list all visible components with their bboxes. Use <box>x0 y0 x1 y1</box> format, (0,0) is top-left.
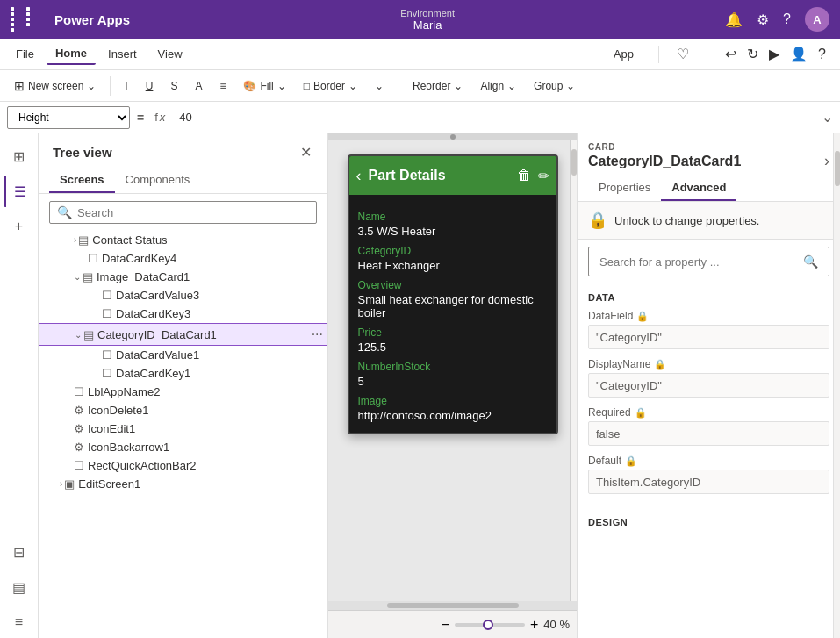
canvas-scroll-top[interactable] <box>328 133 577 140</box>
underline-button[interactable]: U <box>139 76 161 96</box>
datafield-input[interactable] <box>588 325 829 349</box>
tab-advanced[interactable]: Advanced <box>661 176 736 201</box>
new-screen-chevron: ⌄ <box>87 80 96 92</box>
formula-bar: Height = fx ⌄ <box>0 102 840 133</box>
property-search-input[interactable] <box>599 255 803 269</box>
menu-file[interactable]: File <box>7 44 43 64</box>
fill-label: Fill <box>260 80 273 92</box>
activity-home-icon[interactable]: ⊞ <box>4 140 35 172</box>
list-item[interactable]: ☐ LblAppName2 <box>39 383 327 401</box>
activity-tree-icon[interactable]: ☰ <box>4 176 35 207</box>
screen-icon: ▣ <box>64 477 75 491</box>
menu-insert[interactable]: Insert <box>99 44 146 64</box>
editscreen1-item[interactable]: › ▣ EditScreen1 <box>39 475 327 493</box>
tab-properties[interactable]: Properties <box>588 176 661 201</box>
tab-components[interactable]: Components <box>115 168 201 193</box>
property-search-box: 🔍 <box>588 247 829 276</box>
list-item[interactable]: ☐ DataCardKey3 <box>39 305 327 323</box>
fx-button[interactable]: fx <box>151 111 169 124</box>
phone-edit-icon[interactable]: ✏ <box>538 168 549 184</box>
list-item[interactable]: ☐ DataCardValue3 <box>39 286 327 305</box>
list-item[interactable]: ☐ DataCardKey1 <box>39 364 327 383</box>
align-obj-button[interactable]: Align ⌄ <box>473 76 523 96</box>
canvas-scroll-thumb-h[interactable] <box>387 603 519 608</box>
phone-content: Name 3.5 W/S Heater CategoryID Heat Exch… <box>349 195 556 433</box>
back-button[interactable]: ‹ <box>356 167 362 185</box>
activity-media-icon[interactable]: ▤ <box>4 571 35 603</box>
menu-help-icon[interactable]: ? <box>818 47 826 62</box>
list-item[interactable]: ☐ RectQuickActionBar2 <box>39 456 327 475</box>
right-scrollbar[interactable] <box>833 133 840 638</box>
fill-button[interactable]: 🎨 Fill ⌄ <box>236 76 292 96</box>
zoom-plus-button[interactable]: + <box>530 617 538 633</box>
border-label: Border <box>313 80 345 92</box>
default-field: Default 🔒 <box>588 455 829 494</box>
list-item[interactable]: ☐ DataCardValue1 <box>39 346 327 364</box>
tree-tabs: Screens Components <box>39 168 327 194</box>
displayname-input[interactable] <box>588 373 829 398</box>
card-icon: ☐ <box>102 367 112 380</box>
bell-icon[interactable]: 🔔 <box>725 11 743 28</box>
group-button[interactable]: Group ⌄ <box>527 76 582 96</box>
phone-trash-icon[interactable]: 🗑 <box>517 168 531 184</box>
formula-expand-icon[interactable]: ⌄ <box>822 109 833 125</box>
list-item[interactable]: › ▤ Contact Status <box>39 231 327 249</box>
fill-icon: 🎨 <box>243 80 256 92</box>
play-icon[interactable]: ▶ <box>769 46 779 62</box>
property-selector[interactable]: Height <box>7 106 130 129</box>
menu-view[interactable]: View <box>149 44 191 64</box>
list-item[interactable]: ⚙ IconDelete1 <box>39 401 327 419</box>
canvas-vertical-scrollbar[interactable] <box>570 140 577 601</box>
new-screen-icon: ⊞ <box>14 79 25 93</box>
zoom-minus-button[interactable]: − <box>442 617 449 633</box>
menu-bar: File Home Insert View App ♡ ↩ ↻ ▶ 👤 ? <box>0 39 840 70</box>
phone-field-price: Price 125.5 <box>358 326 548 354</box>
activity-data-icon[interactable]: ⊟ <box>4 536 35 568</box>
heartrate-icon[interactable]: ♡ <box>677 46 689 62</box>
card-icon: ☐ <box>102 289 112 302</box>
tree-close-button[interactable]: ✕ <box>295 142 317 162</box>
default-input[interactable] <box>588 470 829 494</box>
tab-screens[interactable]: Screens <box>49 168 115 193</box>
list-item[interactable]: ⚙ IconEdit1 <box>39 419 327 438</box>
strikethrough-button[interactable]: S <box>163 76 184 96</box>
align-button[interactable]: ≡ <box>212 76 233 96</box>
app-grid-icon[interactable] <box>11 7 40 32</box>
categoryid-datacard1-item[interactable]: ⌄ ▤ CategoryID_DataCard1 ··· <box>39 323 327 346</box>
redo-icon[interactable]: ↻ <box>747 46 758 62</box>
list-item[interactable]: ☐ DataCardKey4 <box>39 249 327 268</box>
help-icon[interactable]: ? <box>783 11 791 27</box>
panel-expand-icon[interactable]: › <box>824 152 829 170</box>
menu-home[interactable]: Home <box>47 43 96 65</box>
equals-sign: = <box>133 111 147 125</box>
undo-icon[interactable]: ↩ <box>725 46 736 62</box>
activity-settings-icon[interactable]: ≡ <box>4 606 35 638</box>
italic-button[interactable]: I <box>118 76 134 96</box>
displayname-lock-icon: 🔒 <box>654 359 666 370</box>
more-chevron-button[interactable]: ⌄ <box>368 76 391 96</box>
lock-message: Unlock to change properties. <box>614 214 759 227</box>
zoom-slider[interactable] <box>455 623 525 627</box>
tree-item-label: IconDelete1 <box>88 404 327 417</box>
list-item[interactable]: ⌄ ▤ Image_DataCard1 <box>39 268 327 286</box>
font-color-button[interactable]: A <box>188 76 209 96</box>
menu-app-label: App <box>607 44 641 64</box>
canvas-horizontal-scrollbar[interactable] <box>328 601 577 610</box>
formula-input[interactable] <box>172 106 815 129</box>
list-item[interactable]: ⚙ IconBackarrow1 <box>39 438 327 456</box>
search-icon: 🔍 <box>57 205 72 219</box>
user-avatar[interactable]: A <box>805 7 829 32</box>
new-screen-button[interactable]: ⊞ New screen ⌄ <box>7 75 103 97</box>
more-options-button[interactable]: ··· <box>308 326 327 342</box>
gear-icon[interactable]: ⚙ <box>757 11 769 28</box>
required-input[interactable] <box>588 421 829 446</box>
zoom-thumb[interactable] <box>483 620 493 630</box>
person-icon[interactable]: 👤 <box>790 46 808 62</box>
default-lock-icon: 🔒 <box>625 455 637 467</box>
right-scroll-thumb[interactable] <box>835 151 840 186</box>
border-button[interactable]: □ Border ⌄ <box>297 76 364 96</box>
search-input[interactable] <box>77 206 309 219</box>
reorder-button[interactable]: Reorder ⌄ <box>406 76 470 96</box>
activity-add-icon[interactable]: + <box>4 211 35 242</box>
design-section-title: DESIGN <box>588 517 829 527</box>
